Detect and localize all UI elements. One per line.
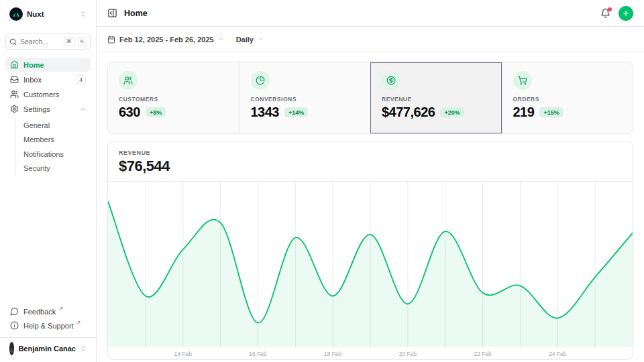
- info-circle-icon: [10, 321, 19, 330]
- external-link-icon: ↗: [58, 306, 63, 312]
- pie-chart-icon: [251, 71, 270, 90]
- stat-card-conversions[interactable]: CONVERSIONS 1343 +14%: [239, 62, 371, 133]
- chevron-down-icon: [218, 36, 224, 42]
- workspace-name: Nuxt: [27, 10, 76, 18]
- sidebar-item-inbox[interactable]: Inbox 4: [5, 72, 91, 86]
- search-icon: [9, 38, 17, 46]
- svg-text:16 Feb: 16 Feb: [249, 351, 267, 357]
- sub-item-label: Security: [23, 164, 50, 172]
- help-support-link[interactable]: Help & Support ↗: [5, 318, 91, 333]
- users-icon: [119, 71, 138, 90]
- stat-card-revenue[interactable]: REVENUE $477,626 +20%: [370, 62, 502, 133]
- stat-label: CUSTOMERS: [119, 96, 229, 103]
- sidebar-item-label: Customers: [23, 90, 86, 99]
- sidebar-item-label: Settings: [23, 105, 74, 113]
- circle-dollar-icon: [382, 71, 400, 90]
- stats-grid: CUSTOMERS 630 +8% CONVERSIONS 1343 +14%: [107, 62, 633, 134]
- notification-dot: [608, 7, 612, 11]
- shopping-cart-icon: [513, 71, 532, 90]
- external-link-icon: ↗: [76, 320, 81, 326]
- help-support-label: Help & Support: [23, 322, 74, 330]
- sub-item-label: General: [23, 121, 50, 129]
- date-range-label: Feb 12, 2025 - Feb 26, 2025: [119, 36, 214, 44]
- stat-delta-badge: +15%: [539, 107, 563, 117]
- stat-value: 630: [119, 105, 140, 120]
- main-area: Home Feb 12, 2025 - Feb 26, 2025 Daily: [97, 0, 644, 362]
- revenue-chart-header: REVENUE $76,544: [108, 141, 633, 182]
- search-input-wrapper[interactable]: ⌘ K: [5, 34, 91, 50]
- svg-text:20 Feb: 20 Feb: [399, 351, 417, 357]
- sidebar-item-label: Home: [23, 61, 86, 69]
- sidebar: Nuxt ⌘ K Home Inbox 4: [0, 0, 97, 362]
- search-input[interactable]: [20, 38, 60, 46]
- settings-sub-list: General Members Notifications Security: [15, 118, 91, 176]
- message-circle-icon: [10, 307, 19, 316]
- filters-toolbar: Feb 12, 2025 - Feb 26, 2025 Daily: [97, 27, 644, 52]
- stat-value: 219: [513, 105, 535, 120]
- chart-title: REVENUE: [119, 149, 622, 156]
- svg-text:24 Feb: 24 Feb: [549, 351, 567, 357]
- sidebar-item-notifications[interactable]: Notifications: [23, 147, 91, 162]
- sidebar-item-security[interactable]: Security: [23, 162, 91, 176]
- workspace-switcher[interactable]: Nuxt: [5, 5, 91, 23]
- chevron-down-icon: [258, 36, 264, 42]
- plus-icon: [622, 9, 630, 17]
- kbd-meta: ⌘: [64, 37, 74, 46]
- chart-total-value: $76,544: [119, 158, 622, 175]
- page-title: Home: [124, 9, 148, 18]
- svg-text:22 Feb: 22 Feb: [474, 351, 492, 357]
- stat-label: ORDERS: [513, 96, 623, 103]
- calendar-icon: [107, 36, 115, 44]
- granularity-label: Daily: [236, 36, 254, 44]
- sidebar-item-members[interactable]: Members: [23, 133, 91, 147]
- chevrons-up-down-icon: [80, 345, 87, 352]
- stat-value: 1343: [251, 105, 280, 120]
- revenue-area-chart[interactable]: 14 Feb16 Feb18 Feb20 Feb22 Feb24 Feb: [108, 182, 633, 360]
- gear-icon: [10, 105, 19, 113]
- stat-delta-badge: +14%: [284, 107, 308, 117]
- stat-delta-badge: +20%: [440, 107, 464, 117]
- sidebar-item-customers[interactable]: Customers: [5, 87, 91, 101]
- granularity-select[interactable]: Daily: [236, 36, 264, 44]
- sidebar-item-home[interactable]: Home: [5, 58, 91, 72]
- svg-text:14 Feb: 14 Feb: [174, 351, 193, 357]
- feedback-link[interactable]: Feedback ↗: [5, 304, 91, 318]
- sidebar-item-general[interactable]: General: [23, 118, 91, 133]
- stat-card-customers[interactable]: CUSTOMERS 630 +8%: [108, 62, 239, 133]
- notifications-button[interactable]: [600, 8, 610, 18]
- user-menu[interactable]: Benjamin Canac: [5, 338, 91, 357]
- user-name: Benjamin Canac: [18, 345, 76, 353]
- sidebar-nav: Home Inbox 4 Customers Settings Ge: [5, 58, 91, 177]
- sidebar-item-settings[interactable]: Settings: [5, 102, 91, 116]
- inbox-icon: [10, 75, 19, 84]
- stat-card-orders[interactable]: ORDERS 219 +15%: [502, 62, 633, 133]
- stat-label: CONVERSIONS: [251, 96, 360, 103]
- date-range-picker[interactable]: Feb 12, 2025 - Feb 26, 2025: [107, 36, 224, 44]
- users-icon: [10, 90, 19, 99]
- page-header: Home: [97, 0, 644, 27]
- dashboard-content: CUSTOMERS 630 +8% CONVERSIONS 1343 +14%: [97, 52, 644, 360]
- svg-text:18 Feb: 18 Feb: [324, 351, 342, 357]
- sub-item-label: Notifications: [23, 150, 64, 158]
- revenue-chart-card: REVENUE $76,544 14 Feb16 Feb18 Feb20 Feb…: [107, 141, 633, 360]
- inbox-count-badge: 4: [76, 75, 86, 84]
- sidebar-item-label: Inbox: [23, 76, 71, 84]
- collapse-sidebar-icon[interactable]: [107, 8, 117, 18]
- chevron-up-icon: [79, 106, 86, 113]
- avatar: [9, 342, 14, 355]
- stat-value: $477,626: [382, 105, 435, 120]
- home-icon: [10, 60, 19, 69]
- nuxt-logo-icon: [9, 7, 23, 21]
- add-button[interactable]: [619, 6, 633, 21]
- kbd-k: K: [78, 37, 87, 46]
- chevrons-up-down-icon: [80, 11, 87, 17]
- stat-label: REVENUE: [382, 96, 491, 103]
- sub-item-label: Members: [23, 135, 54, 143]
- feedback-label: Feedback: [23, 308, 56, 316]
- stat-delta-badge: +8%: [146, 107, 166, 117]
